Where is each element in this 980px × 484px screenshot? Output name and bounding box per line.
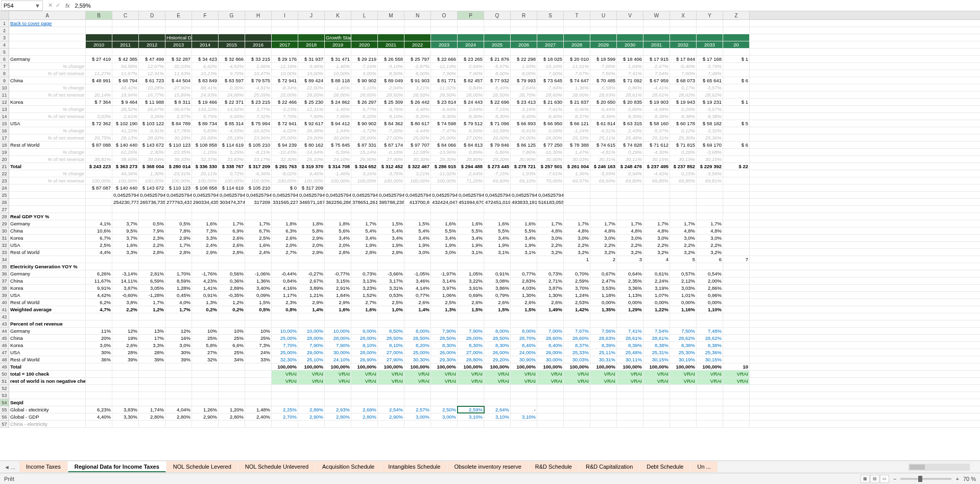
col-header-J[interactable]: J: [298, 11, 325, 19]
row-header-56[interactable]: 56: [0, 413, 9, 421]
row-header-35[interactable]: 35: [0, 263, 9, 270]
col-header-I[interactable]: I: [272, 11, 298, 19]
formula-input[interactable]: 2,59%: [74, 2, 980, 10]
col-header-L[interactable]: L: [351, 11, 378, 19]
row-header-33[interactable]: 33: [0, 249, 9, 256]
row-header-29[interactable]: 29: [0, 220, 9, 227]
row-header-40[interactable]: 40: [0, 299, 9, 306]
col-header-R[interactable]: R: [511, 11, 537, 19]
row-header-38[interactable]: 38: [0, 285, 9, 292]
row-header-22[interactable]: 22: [0, 170, 9, 177]
row-header-26[interactable]: 26: [0, 199, 9, 206]
row-header-49[interactable]: 49: [0, 363, 9, 371]
col-header-O[interactable]: O: [431, 11, 458, 19]
row-header-19[interactable]: 19: [0, 149, 9, 156]
zoom-slider[interactable]: [900, 478, 951, 480]
row-header-15[interactable]: 15: [0, 120, 9, 127]
col-header-D[interactable]: D: [139, 11, 165, 19]
row-header-10[interactable]: 10: [0, 84, 9, 91]
tab-prev-icon[interactable]: ◄: [4, 464, 10, 470]
sheet-tab[interactable]: Acquisition Schedule: [316, 462, 381, 472]
col-header-Z[interactable]: Z: [723, 11, 750, 19]
back-link[interactable]: Back to cover page: [9, 20, 86, 27]
row-header-42[interactable]: 42: [0, 313, 9, 320]
row-header-17[interactable]: 17: [0, 134, 9, 142]
sheet-tab[interactable]: NOL Schedule Levered: [166, 462, 238, 472]
row-header-46[interactable]: 46: [0, 342, 9, 349]
row-header-48[interactable]: 48: [0, 356, 9, 363]
row-header-7[interactable]: 7: [0, 63, 9, 70]
row-header-23[interactable]: 23: [0, 177, 9, 185]
row-header-34[interactable]: 34: [0, 256, 9, 263]
row-header-24[interactable]: 24: [0, 185, 9, 192]
horizontal-scrollbar[interactable]: [909, 464, 970, 471]
row-header-27[interactable]: 27: [0, 206, 9, 213]
row-header-8[interactable]: 8: [0, 70, 9, 77]
chevron-down-icon[interactable]: ▼: [35, 3, 40, 9]
col-header-C[interactable]: C: [112, 11, 139, 19]
sheet-tab[interactable]: R&D Capitalization: [579, 462, 639, 472]
row-header-1[interactable]: 1: [0, 20, 9, 27]
row-header-51[interactable]: 51: [0, 378, 9, 385]
row-header-54[interactable]: 54: [0, 399, 9, 406]
sheet-tab[interactable]: Regional Data for Income Taxes: [68, 462, 166, 472]
sheet-tab[interactable]: Un ...: [690, 462, 717, 472]
col-header-G[interactable]: G: [219, 11, 245, 19]
row-header-55[interactable]: 55: [0, 406, 9, 413]
row-header-18[interactable]: 18: [0, 142, 9, 149]
col-header-W[interactable]: W: [643, 11, 670, 19]
page-break-icon[interactable]: ▭: [880, 475, 889, 483]
row-header-37[interactable]: 37: [0, 278, 9, 285]
row-header-30[interactable]: 30: [0, 227, 9, 235]
col-header-A[interactable]: A: [9, 11, 86, 19]
row-header-53[interactable]: 53: [0, 392, 9, 399]
name-box[interactable]: P54▼: [1, 1, 43, 11]
sheet-tab[interactable]: Intangibles Schedule: [381, 462, 447, 472]
col-header-Y[interactable]: Y: [697, 11, 723, 19]
sheet-tab[interactable]: R&D Schedule: [529, 462, 579, 472]
col-header-X[interactable]: X: [670, 11, 697, 19]
sheet-tab[interactable]: Debt Schedule: [640, 462, 690, 472]
enter-icon[interactable]: ✓: [56, 2, 60, 9]
row-header-41[interactable]: 41: [0, 306, 9, 313]
row-header-43[interactable]: 43: [0, 320, 9, 328]
page-layout-icon[interactable]: ▤: [870, 475, 879, 483]
col-header-M[interactable]: M: [378, 11, 404, 19]
col-header-V[interactable]: V: [617, 11, 643, 19]
sheet-tab[interactable]: NOL Schedule Unlevered: [238, 462, 315, 472]
col-header-E[interactable]: E: [165, 11, 192, 19]
col-header-N[interactable]: N: [404, 11, 431, 19]
col-header-P[interactable]: P: [458, 11, 484, 19]
row-header-11[interactable]: 11: [0, 91, 9, 99]
row-header-2[interactable]: 2: [0, 27, 9, 34]
row-header-6[interactable]: 6: [0, 56, 9, 63]
select-all[interactable]: [0, 11, 9, 19]
row-header-9[interactable]: 9: [0, 77, 9, 84]
row-header-47[interactable]: 47: [0, 349, 9, 356]
normal-view-icon[interactable]: ▦: [861, 475, 870, 483]
sheet-tab[interactable]: Income Taxes: [19, 462, 67, 472]
row-header-3[interactable]: 3: [0, 34, 9, 41]
col-header-K[interactable]: K: [325, 11, 351, 19]
col-header-S[interactable]: S: [537, 11, 564, 19]
row-header-25[interactable]: 25: [0, 192, 9, 199]
row-header-31[interactable]: 31: [0, 235, 9, 242]
row-header-45[interactable]: 45: [0, 335, 9, 342]
row-header-57[interactable]: 57: [0, 421, 9, 428]
row-header-39[interactable]: 39: [0, 292, 9, 299]
cancel-icon[interactable]: ✕: [48, 2, 53, 9]
row-header-44[interactable]: 44: [0, 328, 9, 335]
sheet-tab[interactable]: Obsolete inventory reserve: [447, 462, 528, 472]
row-header-4[interactable]: 4: [0, 41, 9, 49]
row-header-16[interactable]: 16: [0, 127, 9, 134]
col-header-T[interactable]: T: [564, 11, 590, 19]
row-header-32[interactable]: 32: [0, 242, 9, 249]
row-header-52[interactable]: 52: [0, 385, 9, 392]
row-header-21[interactable]: 21: [0, 163, 9, 170]
zoom-level[interactable]: 70 %: [963, 476, 976, 482]
row-header-12[interactable]: 12: [0, 99, 9, 106]
tab-menu-icon[interactable]: ...: [11, 464, 15, 470]
row-header-14[interactable]: 14: [0, 113, 9, 120]
row-header-28[interactable]: 28: [0, 213, 9, 220]
zoom-in-icon[interactable]: +: [955, 476, 959, 482]
